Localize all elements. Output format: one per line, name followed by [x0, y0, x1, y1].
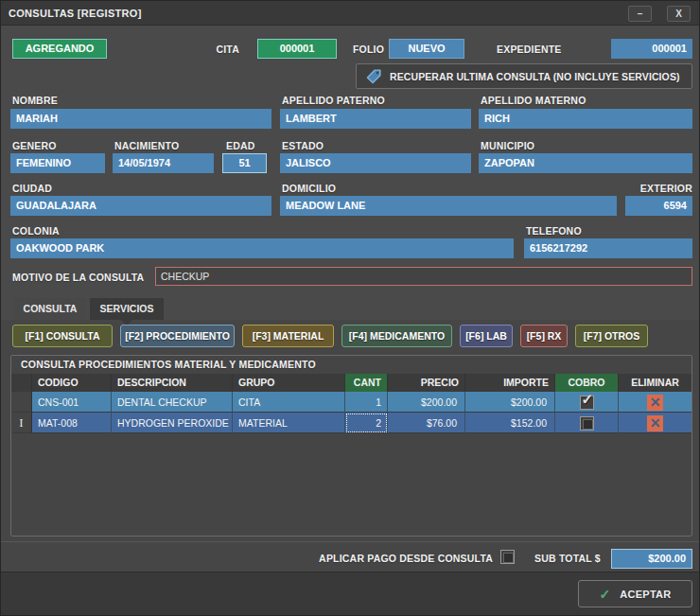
municipio-select[interactable]: ZAPOPAN [479, 153, 692, 173]
cobro-checkbox-checked[interactable]: ✓ [580, 396, 594, 410]
colonia-field[interactable]: OAKWOOD PARK [10, 238, 514, 258]
cita-label: CITA [190, 44, 239, 55]
f2-procedimiento-button[interactable]: [F2] PROCEDIMIENTO [120, 325, 235, 347]
telefono-label: TELEFONO [526, 225, 582, 237]
ciudad-label: CIUDAD [12, 183, 52, 194]
nacimiento-select[interactable]: 14/05/1974 [113, 153, 214, 173]
cobro-checkbox-unchecked[interactable] [580, 416, 594, 431]
f4-medicamento-button[interactable]: [F4] MEDICAMENTO [341, 325, 452, 347]
tag-icon [366, 68, 382, 84]
expediente-label: EXPEDIENTE [497, 44, 562, 55]
recover-last-consulta-button[interactable]: RECUPERAR ULTIMA CONSULTA (NO INCLUYE SE… [356, 63, 692, 89]
table-row[interactable]: I MAT-008 HYDROGEN PEROXIDE MATERIAL 2 $… [11, 413, 691, 433]
cell-precio[interactable]: $200.00 [388, 392, 465, 413]
status-badge: AGREGANDO [12, 39, 107, 59]
cell-descripcion[interactable]: HYDROGEN PEROXIDE [112, 413, 233, 433]
f1-consulta-button[interactable]: [F1] CONSULTA [12, 325, 113, 347]
cell-importe[interactable]: $200.00 [465, 392, 555, 413]
aplicar-pago-checkbox[interactable] [500, 550, 515, 564]
text-cursor-icon: I [19, 415, 23, 430]
col-descripcion: DESCRIPCION [112, 374, 233, 392]
aplicar-pago-label: APLICAR PAGO DESDE CONSULTA [285, 553, 493, 564]
cell-cobro[interactable] [555, 413, 619, 433]
edad-label: EDAD [226, 140, 255, 151]
municipio-label: MUNICIPIO [481, 140, 534, 151]
cell-eliminar[interactable]: ✕ [619, 413, 691, 433]
domicilio-label: DOMICILIO [282, 183, 336, 194]
tab-consulta[interactable]: CONSULTA [14, 298, 86, 320]
cell-codigo[interactable]: MAT-008 [32, 413, 112, 433]
colonia-label: COLONIA [12, 225, 60, 237]
motivo-field[interactable]: CHECKUP [155, 267, 692, 286]
f6-lab-button[interactable]: [F6] LAB [460, 325, 513, 347]
estado-select[interactable]: JALISCO [280, 153, 471, 173]
f3-material-button[interactable]: [F3] MATERIAL [242, 325, 334, 347]
delete-row-button[interactable]: ✕ [647, 395, 663, 411]
accept-check-icon: ✓ [599, 587, 610, 602]
row-selector-cell[interactable]: I [11, 413, 32, 433]
row-selector-header [11, 374, 32, 392]
f5-rx-button[interactable]: [F5] RX [520, 325, 568, 347]
row-selector-cell[interactable] [11, 392, 32, 413]
nombre-label: NOMBRE [12, 95, 58, 106]
window-title: CONSULTAS [REGISTRO] [9, 1, 142, 26]
telefono-field[interactable]: 6156217292 [524, 238, 692, 258]
col-precio: PRECIO [388, 374, 465, 392]
cell-cobro[interactable]: ✓ [555, 392, 619, 413]
estado-label: ESTADO [282, 140, 324, 151]
col-importe: IMPORTE [465, 374, 555, 392]
col-cobro: COBRO [555, 374, 619, 392]
apellido-materno-field[interactable]: RICH [479, 109, 692, 129]
col-grupo: GRUPO [233, 374, 345, 392]
cell-importe[interactable]: $152.00 [465, 413, 555, 433]
cell-eliminar[interactable]: ✕ [619, 392, 691, 413]
cell-precio[interactable]: $76.00 [388, 413, 465, 433]
ciudad-field[interactable]: GUADALAJARA [10, 196, 271, 216]
close-button[interactable]: X [667, 6, 691, 22]
folio-field[interactable]: NUEVO [389, 39, 464, 59]
cell-cant[interactable]: 1 [345, 392, 388, 413]
delete-row-button[interactable]: ✕ [647, 415, 663, 431]
col-cant: CANT [345, 374, 388, 392]
cita-field[interactable]: 000001 [257, 39, 337, 59]
apellido-paterno-label: APELLIDO PATERNO [282, 95, 385, 106]
divider-line [1, 541, 700, 542]
services-table-group: CONSULTA PROCEDIMIENTOS MATERIAL Y MEDIC… [10, 355, 692, 537]
table-header-row: CODIGO DESCRIPCION GRUPO CANT PRECIO IMP… [11, 374, 691, 392]
table-row[interactable]: CNS-001 DENTAL CHECKUP CITA 1 $200.00 $2… [11, 392, 691, 413]
aceptar-button[interactable]: ✓ ACEPTAR [578, 580, 692, 607]
subtotal-field: $200.00 [611, 549, 692, 569]
table-group-title: CONSULTA PROCEDIMIENTOS MATERIAL Y MEDIC… [21, 359, 316, 370]
cell-cant-focused[interactable]: 2 [345, 413, 388, 433]
nacimiento-label: NACIMIENTO [114, 140, 179, 151]
aceptar-button-label: ACEPTAR [620, 589, 671, 600]
apellido-materno-label: APELLIDO MATERNO [481, 95, 586, 106]
edad-field[interactable]: 51 [222, 153, 267, 173]
exterior-label: EXTERIOR [621, 183, 692, 194]
title-bar: CONSULTAS [REGISTRO] – X [1, 1, 699, 26]
minimize-button[interactable]: – [628, 6, 652, 22]
subtotal-label: SUB TOTAL $ [534, 553, 601, 564]
expediente-field[interactable]: 000001 [611, 39, 692, 59]
nombre-field[interactable]: MARIAH [10, 109, 271, 129]
consultas-window: CONSULTAS [REGISTRO] – X AGREGANDO CITA … [0, 0, 700, 616]
tab-servicios[interactable]: SERVICIOS [90, 298, 164, 320]
genero-select[interactable]: FEMENINO [10, 153, 105, 173]
domicilio-field[interactable]: MEADOW LANE [280, 196, 617, 216]
f7-otros-button[interactable]: [F7] OTROS [575, 325, 648, 347]
cell-codigo[interactable]: CNS-001 [32, 392, 112, 413]
genero-label: GENERO [12, 140, 57, 151]
cell-grupo[interactable]: CITA [233, 392, 345, 413]
cell-grupo[interactable]: MATERIAL [233, 413, 345, 433]
folio-label: FOLIO [353, 44, 384, 55]
recover-button-label: RECUPERAR ULTIMA CONSULTA (NO INCLUYE SE… [390, 71, 680, 82]
col-eliminar: ELIMINAR [619, 374, 691, 392]
apellido-paterno-field[interactable]: LAMBERT [280, 109, 471, 129]
col-codigo: CODIGO [32, 374, 112, 392]
check-icon: ✓ [582, 392, 594, 410]
motivo-label: MOTIVO DE LA CONSULTA [12, 272, 144, 283]
exterior-field[interactable]: 6594 [625, 196, 692, 216]
cell-descripcion[interactable]: DENTAL CHECKUP [112, 392, 233, 413]
